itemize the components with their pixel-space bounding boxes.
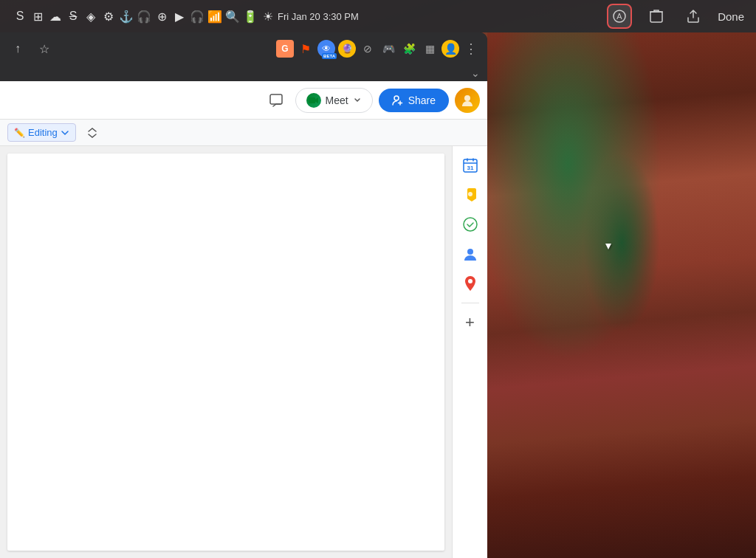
menubar-icon-anchor[interactable]: ⚓ (118, 8, 134, 24)
docs-chevron-bar: ⌄ (0, 65, 487, 81)
ext-sidebar-toggle[interactable]: ▦ (421, 40, 439, 58)
docs-document-area: 31 (0, 146, 487, 558)
editing-collapse-button[interactable] (82, 123, 103, 143)
docs-sidebar: 31 (452, 146, 487, 558)
menu-bar-left: S ⊞ ☁ S ◈ ⚙ ⚓ 🎧 ⊕ ▶ 🎧 📶 🔍 🔋 ☀ Fri Jan 20… (12, 8, 359, 24)
docs-meet-button[interactable]: Meet (295, 88, 373, 113)
browser-content: Meet Share (0, 81, 487, 558)
menubar-icon-search[interactable]: 🔍 (224, 8, 241, 24)
editing-label: Editing (28, 127, 58, 138)
sidebar-google-tasks[interactable] (457, 211, 484, 238)
docs-header: Meet Share (0, 81, 487, 120)
menubar-icon-grid[interactable]: ⊞ (30, 8, 46, 24)
menubar-icon-dropbox[interactable]: ◈ (83, 8, 99, 24)
quicklook-toolbar: A Done (595, 0, 756, 32)
menubar-icon-brightness[interactable]: ☀ (260, 8, 276, 24)
meet-icon (306, 93, 321, 108)
ext-profile[interactable]: 👤 (441, 40, 459, 58)
sidebar-google-maps[interactable] (457, 270, 484, 297)
svg-rect-4 (309, 97, 315, 103)
collapse-icon (86, 127, 98, 139)
svg-text:A: A (616, 12, 622, 21)
pencil-icon: ✏️ (14, 128, 25, 138)
share-people-icon (392, 94, 404, 106)
svg-rect-2 (650, 12, 662, 22)
svg-point-9 (468, 192, 472, 196)
wallpaper-panel (487, 32, 756, 558)
svg-text:31: 31 (467, 165, 473, 171)
docs-page[interactable] (7, 154, 444, 551)
svg-point-10 (464, 218, 477, 231)
menubar-icon-cloud[interactable]: ☁ (47, 8, 63, 24)
delete-button[interactable] (644, 4, 669, 29)
menubar-icon-headphones[interactable]: 🎧 (136, 8, 152, 24)
beta-badge: BETA (322, 53, 337, 59)
sidebar-google-contacts[interactable] (457, 241, 484, 267)
menu-bar-datetime: Fri Jan 20 3:30 PM (278, 11, 359, 22)
ext-puzzle[interactable]: 🧩 (400, 40, 418, 58)
menubar-icon-wifi[interactable]: 📶 (207, 8, 223, 24)
browser-share-icon[interactable]: ↑ (7, 38, 28, 59)
sidebar-google-keep[interactable] (457, 182, 484, 208)
svg-point-5 (394, 96, 399, 100)
svg-point-11 (467, 249, 473, 255)
docs-share-button[interactable]: Share (379, 89, 449, 112)
menubar-icon-scribd[interactable]: S (12, 8, 28, 24)
share-label: Share (408, 94, 436, 106)
sidebar-divider (461, 303, 479, 303)
done-button[interactable]: Done (718, 10, 744, 23)
menubar-icon-app1[interactable]: ⚙ (100, 8, 117, 24)
svg-point-6 (464, 95, 470, 101)
ext-voice[interactable]: 👁 BETA (317, 40, 335, 58)
browser-window: ↑ ☆ G ⚑ 👁 BETA 🔮 ⊘ 🎮 🧩 ▦ 👤 ⋮ ⌄ (0, 32, 487, 558)
meet-chevron (353, 96, 362, 105)
chevron-down-icon[interactable]: ⌄ (471, 67, 480, 79)
sidebar-add-button[interactable]: + (457, 309, 484, 336)
menubar-icon-plus-circle[interactable]: ⊕ (154, 8, 170, 24)
meet-label: Meet (326, 94, 348, 106)
menubar-icon-headset[interactable]: 🎧 (189, 8, 205, 24)
ext-game[interactable]: 🎮 (379, 40, 397, 58)
dropdown-chevron-icon (61, 128, 69, 137)
ext-grammarly[interactable]: G (276, 40, 294, 58)
share-button[interactable] (681, 4, 706, 29)
svg-point-12 (468, 279, 472, 283)
docs-user-avatar[interactable] (455, 88, 480, 113)
menubar-icon-play[interactable]: ▶ (171, 8, 188, 24)
wallpaper-art (487, 32, 756, 558)
docs-comment-button[interactable] (263, 87, 289, 114)
sidebar-google-calendar[interactable]: 31 (457, 152, 484, 179)
ext-more[interactable]: ⋮ (462, 40, 480, 58)
ext-avatar[interactable]: 🔮 (338, 40, 356, 58)
browser-extensions: G ⚑ 👁 BETA 🔮 ⊘ 🎮 🧩 ▦ 👤 ⋮ (276, 40, 480, 58)
svg-rect-3 (270, 94, 282, 104)
browser-toolbar: ↑ ☆ G ⚑ 👁 BETA 🔮 ⊘ 🎮 🧩 ▦ 👤 ⋮ (0, 32, 487, 65)
ext-blocker[interactable]: ⊘ (359, 40, 377, 58)
browser-bookmark-icon[interactable]: ☆ (34, 38, 55, 59)
menubar-icon-strike[interactable]: S (65, 8, 81, 24)
editing-dropdown[interactable]: ✏️ Editing (7, 123, 76, 142)
docs-editing-bar: ✏️ Editing (0, 120, 487, 146)
menubar-icon-battery[interactable]: 🔋 (242, 8, 258, 24)
ext-redditsave[interactable]: ⚑ (297, 40, 315, 58)
annotate-button[interactable]: A (607, 4, 632, 29)
docs-page-container (0, 146, 452, 558)
avatar-icon (460, 93, 475, 108)
